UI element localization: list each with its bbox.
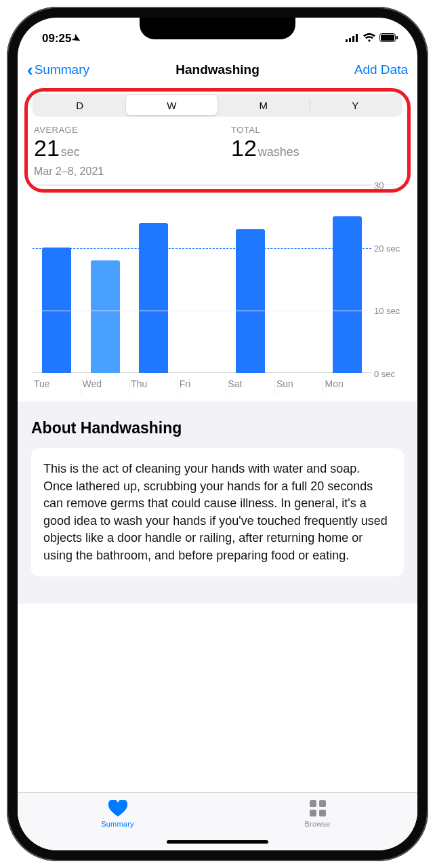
navigation-bar: ‹ Summary Handwashing Add Data bbox=[18, 53, 417, 87]
x-tick-label: Wed bbox=[81, 376, 129, 395]
grid-icon bbox=[308, 800, 328, 817]
wifi-icon bbox=[363, 32, 375, 45]
total-label: TOTAL bbox=[231, 125, 401, 135]
segment-w[interactable]: W bbox=[126, 95, 218, 115]
content-area: DWMY AVERAGE 21sec TOTAL 12washes Mar 2–… bbox=[18, 87, 417, 792]
svg-rect-7 bbox=[310, 800, 316, 807]
segment-m[interactable]: M bbox=[218, 95, 310, 115]
phone-frame: 09:25➤ ‹ Summary Handwashing Add D bbox=[7, 7, 428, 861]
segment-d[interactable]: D bbox=[34, 95, 126, 115]
x-tick-label: Fri bbox=[178, 376, 226, 395]
svg-rect-6 bbox=[396, 36, 398, 39]
about-section: About Handwashing This is the act of cle… bbox=[18, 401, 417, 604]
status-time: 09:25➤ bbox=[42, 32, 81, 45]
x-tick-label: Thu bbox=[129, 376, 178, 395]
average-value: 21 bbox=[34, 135, 60, 161]
status-right bbox=[346, 32, 398, 45]
home-indicator[interactable] bbox=[167, 840, 268, 844]
svg-rect-8 bbox=[319, 800, 326, 807]
total-value: 12 bbox=[231, 135, 257, 161]
battery-icon bbox=[379, 32, 398, 45]
segment-y[interactable]: Y bbox=[310, 95, 402, 115]
volume-down-button bbox=[9, 237, 14, 286]
cellular-icon bbox=[346, 32, 359, 45]
about-card: This is the act of cleaning your hands w… bbox=[31, 448, 404, 576]
y-tick-label: 30 bbox=[374, 180, 409, 191]
y-tick-label: 10 sec bbox=[374, 306, 409, 316]
clock-label: 09:25 bbox=[42, 32, 71, 45]
date-range: Mar 2–8, 2021 bbox=[18, 165, 417, 184]
time-range-segmented[interactable]: DWMY bbox=[33, 94, 402, 117]
about-body: This is the act of cleaning your hands w… bbox=[43, 462, 388, 562]
summary-stats: AVERAGE 21sec TOTAL 12washes bbox=[18, 117, 417, 165]
x-tick-label: Sun bbox=[274, 376, 323, 395]
x-tick-label: Tue bbox=[33, 376, 81, 395]
about-heading: About Handwashing bbox=[31, 419, 404, 437]
bar-sat[interactable] bbox=[236, 229, 265, 373]
svg-rect-0 bbox=[346, 39, 348, 42]
handwashing-chart[interactable]: TueWedThuFriSatSunMon 0 sec10 sec20 sec3… bbox=[33, 184, 409, 395]
power-button bbox=[421, 197, 426, 271]
add-data-button[interactable]: Add Data bbox=[354, 62, 408, 77]
svg-rect-3 bbox=[356, 34, 358, 42]
svg-rect-1 bbox=[349, 38, 351, 42]
bar-mon[interactable] bbox=[333, 216, 362, 373]
average-unit: sec bbox=[61, 145, 80, 159]
svg-rect-10 bbox=[319, 810, 326, 816]
tab-browse-label: Browse bbox=[305, 820, 331, 828]
back-button[interactable]: ‹ Summary bbox=[27, 61, 89, 79]
total-stat: TOTAL 12washes bbox=[231, 125, 401, 161]
location-icon: ➤ bbox=[70, 31, 84, 46]
average-label: AVERAGE bbox=[34, 125, 204, 135]
back-label: Summary bbox=[35, 62, 89, 77]
total-unit: washes bbox=[258, 145, 299, 159]
x-tick-label: Mon bbox=[323, 376, 371, 395]
svg-rect-2 bbox=[352, 36, 354, 42]
bar-wed[interactable] bbox=[91, 260, 120, 373]
svg-rect-5 bbox=[381, 35, 394, 41]
svg-rect-9 bbox=[310, 810, 316, 816]
y-tick-label: 20 sec bbox=[374, 243, 409, 253]
notch bbox=[140, 18, 295, 39]
tab-summary-label: Summary bbox=[101, 820, 133, 828]
bar-thu[interactable] bbox=[139, 223, 168, 374]
y-tick-label: 0 sec bbox=[374, 369, 409, 379]
volume-up-button bbox=[9, 176, 14, 225]
screen: 09:25➤ ‹ Summary Handwashing Add D bbox=[18, 18, 417, 850]
average-stat: AVERAGE 21sec bbox=[34, 125, 204, 161]
chevron-left-icon: ‹ bbox=[27, 61, 33, 79]
x-tick-label: Sat bbox=[226, 376, 274, 395]
heart-icon bbox=[108, 800, 128, 817]
silence-switch bbox=[9, 129, 14, 153]
